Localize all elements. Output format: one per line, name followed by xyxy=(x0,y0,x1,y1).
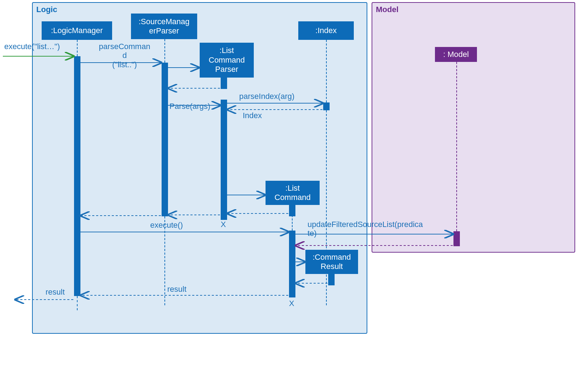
participant-list-command: :List Command xyxy=(266,181,320,205)
msg-update-filtered: updateFilteredSourceList(predica te) xyxy=(308,220,443,238)
lifeline-smparser-top xyxy=(164,39,165,63)
participant-list-command-parser: :List Command Parser xyxy=(200,43,254,78)
msg-execute-call: execute() xyxy=(150,221,183,229)
activation-lcparser-1 xyxy=(221,78,227,89)
lifeline-index-top xyxy=(326,40,327,102)
participant-command-result: :Command Result xyxy=(305,250,358,274)
msg-result-return: result xyxy=(167,285,187,294)
activation-lcparser-2 xyxy=(221,100,227,220)
msg-parse-args: Parse(args) xyxy=(169,102,210,111)
msg-parse-index: parseIndex(arg) xyxy=(239,92,294,101)
participant-logic-manager: :LogicManager xyxy=(42,21,112,40)
lifeline-index-bottom xyxy=(326,110,327,305)
activation-smparser xyxy=(162,63,168,216)
participant-label: :List Command Parser xyxy=(209,46,245,74)
activation-logic-manager xyxy=(74,56,80,296)
participant-label: : Model xyxy=(443,50,469,59)
msg-result-out: result xyxy=(46,287,65,296)
model-frame-label: Model xyxy=(376,5,399,14)
activation-commandresult xyxy=(328,274,335,285)
participant-label: :SourceManag erParser xyxy=(138,17,189,36)
msg-parse-command: parseComman d ("list..") xyxy=(96,42,153,69)
participant-index: :Index xyxy=(298,21,354,40)
participant-source-manager-parser: :SourceManag erParser xyxy=(131,14,197,39)
lifeline-logic-manager-top xyxy=(77,40,78,56)
msg-execute-in: execute("list…") xyxy=(4,42,60,51)
logic-frame-label: Logic xyxy=(36,5,57,14)
lifeline-smparser-bottom xyxy=(164,216,165,305)
destroy-lcparser: X xyxy=(221,220,226,229)
activation-listcommand-1 xyxy=(289,205,295,216)
participant-label: :List Command xyxy=(274,184,310,202)
destroy-listcommand: X xyxy=(289,299,294,308)
msg-index-return: Index xyxy=(243,111,262,120)
lifeline-logic-manager-bottom xyxy=(77,296,78,310)
participant-label: :Index xyxy=(315,26,337,35)
participant-label: :Command Result xyxy=(313,253,351,271)
activation-index xyxy=(323,102,330,110)
participant-label: :LogicManager xyxy=(51,26,103,35)
activation-listcommand-2 xyxy=(289,231,295,297)
model-frame: Model xyxy=(372,2,575,253)
activation-model xyxy=(453,231,460,246)
lifeline-model-top xyxy=(456,62,457,231)
participant-model: : Model xyxy=(435,47,477,62)
